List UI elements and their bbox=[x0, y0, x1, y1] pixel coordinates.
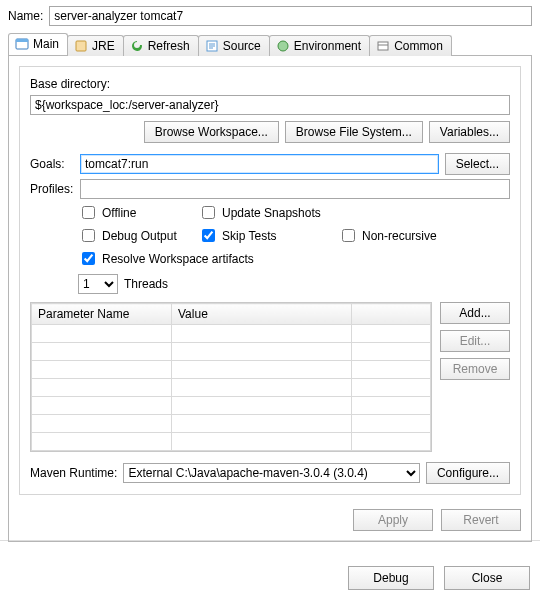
common-icon bbox=[376, 39, 390, 53]
update-snapshots-checkbox-input[interactable] bbox=[202, 206, 215, 219]
table-row[interactable] bbox=[32, 379, 431, 397]
resolve-workspace-checkbox-input[interactable] bbox=[82, 252, 95, 265]
col-value[interactable]: Value bbox=[172, 304, 352, 325]
update-snapshots-label: Update Snapshots bbox=[222, 206, 321, 220]
tab-common[interactable]: Common bbox=[369, 35, 452, 56]
debug-button[interactable]: Debug bbox=[348, 566, 434, 590]
table-row[interactable] bbox=[32, 415, 431, 433]
table-row[interactable] bbox=[32, 343, 431, 361]
variables-button[interactable]: Variables... bbox=[429, 121, 510, 143]
tab-label: Refresh bbox=[148, 39, 190, 53]
name-label: Name: bbox=[8, 9, 43, 23]
threads-select[interactable]: 1 bbox=[78, 274, 118, 294]
main-icon bbox=[15, 37, 29, 51]
browse-workspace-button[interactable]: Browse Workspace... bbox=[144, 121, 279, 143]
maven-runtime-select[interactable]: External C:\Java\apache-maven-3.0.4 (3.0… bbox=[123, 463, 420, 483]
table-row[interactable] bbox=[32, 361, 431, 379]
tab-main[interactable]: Main bbox=[8, 33, 68, 55]
apply-button[interactable]: Apply bbox=[353, 509, 433, 531]
skip-tests-checkbox-input[interactable] bbox=[202, 229, 215, 242]
col-parameter-name[interactable]: Parameter Name bbox=[32, 304, 172, 325]
edit-button[interactable]: Edit... bbox=[440, 330, 510, 352]
dialog-footer: Debug Close bbox=[0, 558, 540, 598]
table-row[interactable] bbox=[32, 325, 431, 343]
base-dir-label: Base directory: bbox=[30, 77, 510, 91]
svg-rect-5 bbox=[378, 42, 388, 50]
debug-output-label: Debug Output bbox=[102, 229, 177, 243]
threads-label: Threads bbox=[124, 277, 168, 291]
name-input[interactable] bbox=[49, 6, 532, 26]
debug-output-checkbox-input[interactable] bbox=[82, 229, 95, 242]
table-row[interactable] bbox=[32, 397, 431, 415]
table-row[interactable] bbox=[32, 433, 431, 451]
remove-button[interactable]: Remove bbox=[440, 358, 510, 380]
profiles-input[interactable] bbox=[80, 179, 510, 199]
tab-jre[interactable]: JRE bbox=[67, 35, 124, 56]
base-dir-input[interactable] bbox=[30, 95, 510, 115]
add-button[interactable]: Add... bbox=[440, 302, 510, 324]
maven-runtime-label: Maven Runtime: bbox=[30, 466, 117, 480]
offline-checkbox[interactable]: Offline bbox=[78, 203, 198, 222]
tab-label: Environment bbox=[294, 39, 361, 53]
jre-icon bbox=[74, 39, 88, 53]
col-spacer bbox=[352, 304, 431, 325]
environment-icon bbox=[276, 39, 290, 53]
skip-tests-label: Skip Tests bbox=[222, 229, 276, 243]
tab-label: Common bbox=[394, 39, 443, 53]
profiles-label: Profiles: bbox=[30, 182, 74, 196]
skip-tests-checkbox[interactable]: Skip Tests bbox=[198, 226, 338, 245]
tab-refresh[interactable]: Refresh bbox=[123, 35, 199, 56]
svg-point-4 bbox=[278, 41, 288, 51]
tab-label: JRE bbox=[92, 39, 115, 53]
non-recursive-checkbox[interactable]: Non-recursive bbox=[338, 226, 458, 245]
offline-label: Offline bbox=[102, 206, 136, 220]
goals-label: Goals: bbox=[30, 157, 74, 171]
tab-source[interactable]: Source bbox=[198, 35, 270, 56]
close-button[interactable]: Close bbox=[444, 566, 530, 590]
tab-bar: Main JRE Refresh Source Environment bbox=[8, 32, 532, 56]
select-button[interactable]: Select... bbox=[445, 153, 510, 175]
tab-panel-main: Base directory: Browse Workspace... Brow… bbox=[8, 56, 532, 542]
non-recursive-label: Non-recursive bbox=[362, 229, 437, 243]
non-recursive-checkbox-input[interactable] bbox=[342, 229, 355, 242]
source-icon bbox=[205, 39, 219, 53]
resolve-workspace-label: Resolve Workspace artifacts bbox=[102, 252, 254, 266]
configure-button[interactable]: Configure... bbox=[426, 462, 510, 484]
goals-input[interactable] bbox=[80, 154, 439, 174]
svg-rect-2 bbox=[76, 41, 86, 51]
parameters-table[interactable]: Parameter Name Value bbox=[30, 302, 432, 452]
revert-button[interactable]: Revert bbox=[441, 509, 521, 531]
update-snapshots-checkbox[interactable]: Update Snapshots bbox=[198, 203, 338, 222]
tab-environment[interactable]: Environment bbox=[269, 35, 370, 56]
tab-label: Source bbox=[223, 39, 261, 53]
refresh-icon bbox=[130, 39, 144, 53]
offline-checkbox-input[interactable] bbox=[82, 206, 95, 219]
tab-label: Main bbox=[33, 37, 59, 51]
debug-output-checkbox[interactable]: Debug Output bbox=[78, 226, 198, 245]
resolve-workspace-checkbox[interactable]: Resolve Workspace artifacts bbox=[78, 249, 458, 268]
svg-rect-1 bbox=[16, 39, 28, 42]
browse-file-system-button[interactable]: Browse File System... bbox=[285, 121, 423, 143]
